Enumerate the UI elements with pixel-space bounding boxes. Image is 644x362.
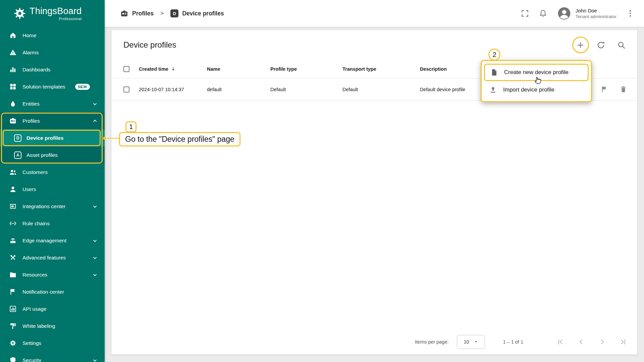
sidebar-item-settings[interactable]: Settings [0, 335, 105, 352]
cell-profile-type: Default [270, 87, 342, 92]
rule-chains-icon [9, 220, 17, 227]
breadcrumb-profiles[interactable]: Profiles [120, 9, 154, 18]
sidebar-item-label: Entities [22, 101, 40, 107]
integrations-icon [9, 202, 17, 210]
menu-item-create-new-device-profile[interactable]: Create new device profile [484, 64, 589, 81]
sidebar-item-label: Users [22, 186, 36, 192]
search-icon [617, 41, 626, 50]
refresh-icon [596, 41, 605, 50]
chevron-down-icon [91, 271, 99, 279]
sidebar-item-white-labeling[interactable]: White labeling [0, 317, 105, 335]
sidebar-item-resources[interactable]: Resources [0, 266, 105, 283]
sidebar-item-home[interactable]: Home [0, 27, 105, 44]
sidebar-item-label: Rule chains [22, 221, 50, 227]
breadcrumb-separator: > [160, 10, 164, 17]
notification-center-flag-icon [9, 288, 17, 296]
thingsboard-logo[interactable]: ThingsBoard Professional [0, 0, 105, 27]
sidebar-item-integrations-center[interactable]: Integrations center [0, 198, 105, 215]
sidebar-item-customers[interactable]: Customers [0, 164, 105, 181]
chevron-down-icon [91, 357, 99, 362]
chevron-down-icon [474, 340, 478, 344]
sidebar-item-api-usage[interactable]: API usage [0, 300, 105, 317]
add-device-profile-button[interactable] [576, 41, 585, 50]
sidebar-item-label: Integrations center [22, 203, 65, 209]
chevron-down-icon [91, 237, 99, 244]
main-area: Profiles > D Device profiles John Doe Te… [105, 0, 644, 362]
delete-icon[interactable] [620, 85, 627, 93]
sidebar-item-asset-profiles[interactable]: A Asset profiles [0, 146, 105, 164]
sidebar-item-label: Notification center [22, 289, 64, 295]
sort-descending-icon [170, 66, 176, 72]
asset-profile-icon: A [14, 152, 21, 159]
security-shield-icon [9, 356, 17, 362]
upload-icon [489, 86, 497, 94]
brand-subtitle: Professional [59, 17, 82, 21]
sidebar-item-profiles[interactable]: Profiles [0, 112, 105, 129]
table-toolbar [576, 41, 626, 50]
cell-name: default [207, 87, 270, 92]
sidebar-item-device-profiles[interactable]: D Device profiles [0, 129, 105, 146]
entities-icon [9, 100, 17, 108]
items-per-page-select[interactable]: 10 [457, 335, 485, 349]
sidebar-item-edge-management[interactable]: Edge management [0, 232, 105, 249]
column-header-profile-type[interactable]: Profile type [270, 66, 342, 72]
device-profiles-breadcrumb-icon: D [170, 9, 178, 17]
profiles-group: Profiles D Device profiles A Asset profi… [0, 112, 105, 164]
paginator: Items per page: 10 1 – 1 of 1 [111, 329, 637, 355]
sidebar-item-label: Security [22, 357, 41, 362]
sidebar-item-entities[interactable]: Entities [0, 95, 105, 112]
avatar [557, 6, 572, 21]
kebab-menu-icon[interactable] [626, 9, 635, 18]
column-header-created-time[interactable]: Created time [139, 66, 207, 72]
sidebar-item-alarms[interactable]: Alarms [0, 44, 105, 61]
cell-created-time: 2024-10-07 10:14:37 [139, 87, 207, 92]
sidebar-item-label: Home [22, 33, 36, 39]
add-profile-dropdown-menu: Create new device profile Import device … [481, 60, 592, 102]
file-icon [490, 68, 498, 76]
sidebar-nav: Home Alarms Dashboards Solution template… [0, 27, 105, 362]
sidebar-item-security[interactable]: Security [0, 352, 105, 362]
last-page-icon [619, 338, 627, 346]
sidebar-item-users[interactable]: Users [0, 181, 105, 198]
menu-item-label: Create new device profile [504, 69, 569, 76]
sidebar-item-rule-chains[interactable]: Rule chains [0, 215, 105, 232]
sidebar-item-label: Settings [22, 340, 41, 346]
flag-icon[interactable] [600, 85, 608, 93]
resources-folder-icon [9, 271, 17, 279]
breadcrumb-device-profiles[interactable]: D Device profiles [170, 9, 224, 17]
sidebar-item-dashboards[interactable]: Dashboards [0, 61, 105, 78]
topbar: Profiles > D Device profiles John Doe Te… [105, 0, 644, 27]
sidebar-item-label: Alarms [22, 50, 39, 56]
settings-gear-icon [9, 339, 17, 347]
refresh-button[interactable] [596, 41, 605, 50]
sidebar-item-notification-center[interactable]: Notification center [0, 283, 105, 300]
column-header-transport-type[interactable]: Transport type [342, 66, 420, 72]
sidebar-item-label: Resources [22, 272, 47, 278]
search-button[interactable] [617, 41, 626, 50]
profiles-breadcrumb-icon [120, 9, 128, 18]
dashboards-icon [9, 66, 17, 73]
select-all-checkbox[interactable] [123, 66, 129, 72]
solution-templates-icon [9, 83, 17, 90]
user-name: John Doe [576, 8, 616, 13]
sidebar-item-label: API usage [22, 306, 47, 312]
row-checkbox[interactable] [123, 86, 129, 93]
menu-item-import-device-profile[interactable]: Import device profile [484, 81, 589, 99]
page-range-label: 1 – 1 of 1 [503, 339, 523, 345]
sidebar-item-label: Advanced features [22, 255, 66, 261]
user-menu[interactable]: John Doe Tenant administrator [557, 6, 616, 21]
notifications-bell-icon[interactable] [539, 9, 547, 18]
column-label: Created time [139, 66, 168, 72]
sidebar-item-advanced-features[interactable]: Advanced features [0, 249, 105, 266]
api-usage-icon [9, 305, 17, 313]
card-header: Device profiles [111, 30, 637, 60]
sidebar-item-solution-templates[interactable]: Solution templates NEW [0, 78, 105, 95]
home-icon [9, 32, 17, 39]
column-header-name[interactable]: Name [207, 66, 270, 72]
chevron-down-icon [91, 203, 99, 210]
profiles-icon [9, 117, 17, 125]
white-labeling-paint-icon [9, 322, 17, 330]
items-per-page-label: Items per page: [415, 339, 449, 345]
fullscreen-icon[interactable] [521, 9, 529, 18]
topbar-actions: John Doe Tenant administrator [521, 6, 635, 21]
